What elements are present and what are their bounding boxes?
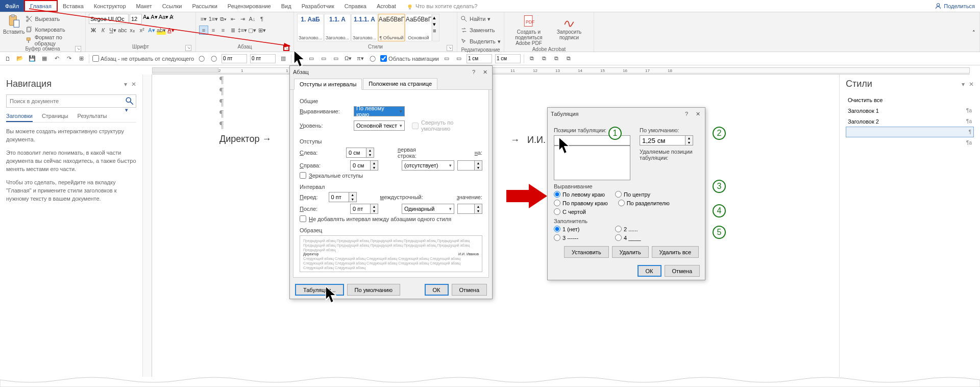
tab-help[interactable]: Справка (339, 0, 372, 12)
clear-formatting-button[interactable]: A̷ (169, 14, 174, 24)
line-spacing-combo[interactable]: Одинарный (402, 204, 454, 214)
style-current[interactable]: ¶ (846, 127, 974, 137)
qa-circle2-icon[interactable]: ◯ (209, 54, 218, 63)
qa-new-icon[interactable]: 🗋 (3, 54, 12, 63)
sort-button[interactable]: A↓ (248, 14, 257, 23)
nav-dropdown-icon[interactable]: ▾ (124, 81, 127, 88)
nav-tab-results[interactable]: Результаты (78, 113, 107, 122)
qa-group3-icon[interactable]: ⧉ (552, 54, 561, 63)
nav-tab-pages[interactable]: Страницы (42, 113, 68, 122)
qa-group1-icon[interactable]: ⧉ (527, 54, 536, 63)
tab-layout[interactable]: Макет (131, 0, 157, 12)
tab-insert[interactable]: Вставка (58, 0, 89, 12)
ok-button[interactable]: ОК (425, 284, 449, 296)
qa-circle1-icon[interactable]: ◯ (197, 54, 206, 63)
style-body[interactable]: АаБбВвГОсновной (405, 14, 432, 41)
align-decimal-radio[interactable]: По разделителю (618, 200, 670, 206)
style-h1[interactable]: Заголовок 1¶a (846, 105, 974, 116)
qa-keep-next-checkbox[interactable]: Абзац - не отрывать от следующего (92, 55, 194, 62)
qa-al4-icon[interactable]: ▭ (331, 54, 340, 63)
qa-undo-icon[interactable]: ↶ (52, 54, 61, 63)
styles-more[interactable]: ≡ (433, 28, 439, 34)
style-clear-all[interactable]: Очистить все (846, 94, 974, 105)
leader-4-radio[interactable]: 4 ____ (615, 234, 666, 241)
tab-file[interactable]: Файл (0, 0, 24, 12)
vertical-ruler[interactable] (143, 75, 152, 387)
right-indent-spin[interactable]: ▲▼ (350, 160, 378, 171)
replace-button[interactable]: Заменить (460, 25, 495, 35)
qa-open-icon[interactable]: 📂 (15, 54, 24, 63)
left-indent-spin[interactable]: ▲▼ (346, 148, 374, 158)
qa-group2-icon[interactable]: ⧉ (540, 54, 549, 63)
font-color-button[interactable]: A▾ (166, 26, 176, 35)
numbering-button[interactable]: 1≡▾ (209, 14, 218, 23)
tab-view[interactable]: Вид (276, 0, 297, 12)
align-center-radio[interactable]: По центру (615, 191, 666, 198)
qa-redo-icon[interactable]: ↷ (64, 54, 74, 63)
default-tab-spin[interactable]: ▲▼ (640, 135, 693, 146)
style-heading3[interactable]: 1.1.1. АЗаголово... (351, 14, 378, 41)
subscript-button[interactable]: x₂ (128, 26, 137, 35)
leader-2-radio[interactable]: 2 ...... (615, 226, 666, 232)
cut-button[interactable]: Вырезать (26, 14, 82, 24)
request-sign-button[interactable]: Запросить подписи (551, 14, 587, 40)
align-left-radio[interactable]: По левому краю (554, 191, 605, 198)
qa-save-icon[interactable]: 💾 (28, 54, 37, 63)
line-spacing-button[interactable]: ‡≡▾ (238, 26, 247, 35)
first-line-combo[interactable]: (отсутствует) (402, 160, 454, 171)
alignment-combo[interactable]: По левому краю (354, 106, 405, 116)
para-dialog-titlebar[interactable]: Абзац ?✕ (290, 66, 492, 78)
qa-csv-icon[interactable]: ▦ (40, 54, 49, 63)
qa-pi-icon[interactable]: π▾ (356, 54, 365, 63)
tab-home[interactable]: Главная (24, 0, 58, 12)
text-effects-button[interactable]: A▾ (147, 26, 156, 35)
tab-review[interactable]: Рецензирование (223, 0, 276, 12)
cancel-button[interactable]: Отмена (452, 284, 487, 296)
styles-launcher[interactable]: ↘ (447, 45, 453, 51)
ribbon-collapse[interactable]: ˄ (968, 12, 980, 52)
search-icon[interactable]: ▾ (125, 96, 134, 106)
set-button[interactable]: Установить (564, 246, 609, 258)
paste-button[interactable]: Вставить (3, 14, 24, 35)
align-right-radio[interactable]: По правому краю (554, 200, 608, 206)
tab-acrobat[interactable]: Acrobat (372, 0, 401, 12)
multilevel-button[interactable]: ⧉▾ (218, 14, 228, 23)
qa-spacing-before[interactable] (222, 54, 247, 63)
qa-columns-icon[interactable]: ▥ (279, 54, 288, 63)
font-size-input[interactable] (130, 14, 142, 24)
styles-dropdown-icon[interactable]: ▾ (962, 81, 965, 88)
help-icon[interactable]: ? (470, 69, 478, 76)
qa-circle3-icon[interactable]: ◯ (368, 54, 377, 63)
nav-close-icon[interactable]: ✕ (131, 81, 136, 88)
borders-button[interactable]: ⊞▾ (257, 26, 266, 35)
style-h2[interactable]: Заголовок 2¶a (846, 116, 974, 127)
style-item[interactable]: ¶a (846, 137, 974, 148)
para-tab-page[interactable]: Положение на странице (363, 78, 437, 89)
qa-group4-icon[interactable]: ⧉ (564, 54, 573, 63)
tab-cancel-button[interactable]: Отмена (665, 265, 700, 277)
leader-1-radio[interactable]: 1 (нет) (554, 226, 605, 232)
qa-margin-left[interactable] (467, 54, 492, 63)
superscript-button[interactable]: x² (137, 26, 146, 35)
strikethrough-button[interactable]: abc (118, 26, 127, 35)
format-painter-button[interactable]: Формат по образцу (26, 35, 82, 45)
value-spin[interactable]: ▲▼ (457, 204, 482, 214)
underline-button[interactable]: Ч▾ (108, 26, 117, 35)
qa-nav-checkbox[interactable]: Область навигации (380, 55, 439, 62)
italic-button[interactable]: К (99, 26, 108, 35)
align-left-button[interactable]: ≡ (199, 26, 208, 35)
tab-design[interactable]: Конструктор (89, 0, 131, 12)
change-case-button[interactable]: Aa▾ (159, 14, 168, 24)
mirror-indents-checkbox[interactable] (300, 172, 306, 179)
increase-indent-button[interactable]: ⇥ (238, 14, 247, 23)
bold-button[interactable]: Ж (89, 26, 98, 35)
help-icon[interactable]: ? (682, 111, 691, 117)
find-button[interactable]: Найти▾ (460, 14, 491, 24)
horizontal-ruler[interactable]: 21123456789101112131415161718 (152, 65, 970, 75)
tab-mailings[interactable]: Рассылки (187, 0, 222, 12)
nav-tab-headings[interactable]: Заголовки (6, 113, 33, 122)
share-button[interactable]: Поделиться (929, 0, 980, 12)
tab-developer[interactable]: Разработчик (297, 0, 339, 12)
qa-margin1-icon[interactable]: ▭ (442, 54, 451, 63)
styles-close-icon[interactable]: ✕ (969, 81, 974, 88)
